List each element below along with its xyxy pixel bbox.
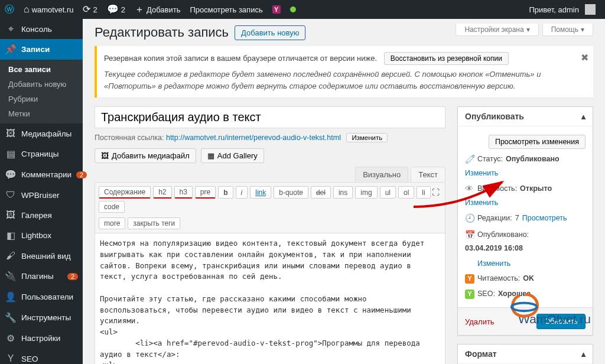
menu-dashboard[interactable]: ⌖Консоль bbox=[0, 19, 83, 39]
menu-pages[interactable]: ▤Страницы bbox=[0, 144, 83, 164]
tab-text[interactable]: Текст bbox=[411, 167, 445, 182]
comments-link[interactable]: 💬2 bbox=[102, 0, 130, 19]
chevron-down-icon: ▾ bbox=[581, 25, 584, 34]
page-icon: ▤ bbox=[5, 148, 17, 160]
qt-ins[interactable]: ins bbox=[333, 186, 353, 199]
fullscreen-button[interactable]: ⛶ bbox=[430, 186, 441, 199]
submenu-all-posts[interactable]: Все записи bbox=[0, 62, 83, 77]
quicktags-toolbar: Содержание h2 h3 pre b i link b-quote de… bbox=[95, 183, 445, 233]
delete-post-link[interactable]: Удалить bbox=[465, 317, 495, 326]
menu-seo[interactable]: YSEO bbox=[0, 349, 83, 364]
menu-tools[interactable]: 🔧Инструменты bbox=[0, 307, 83, 328]
new-content-link[interactable]: ＋Добавить bbox=[130, 0, 185, 19]
view-post-link[interactable]: Просмотреть запись bbox=[185, 0, 267, 19]
yoast-link[interactable]: Y bbox=[268, 0, 285, 19]
yoast-seo-icon: Y bbox=[465, 290, 474, 299]
plug-icon: 🔌 bbox=[5, 271, 17, 282]
permalink-edit-button[interactable]: Изменить bbox=[346, 133, 388, 142]
my-account[interactable]: Привет, admin bbox=[524, 0, 600, 19]
format-box-header[interactable]: Формат▴ bbox=[458, 344, 593, 364]
shield-icon: 🛡 bbox=[5, 190, 17, 200]
page-title: Редактировать запись bbox=[95, 25, 229, 40]
permalink-link[interactable]: http://wamotvet.ru/internet/perevod-audi… bbox=[166, 134, 341, 142]
preview-changes-button[interactable]: Просмотреть изменения bbox=[489, 135, 586, 149]
status-edit-link[interactable]: Изменить bbox=[465, 168, 498, 179]
chevron-down-icon: ▾ bbox=[526, 25, 530, 34]
menu-posts-submenu: Все записи Добавить новую Рубрики Метки bbox=[0, 60, 83, 124]
submenu-tags[interactable]: Метки bbox=[0, 106, 83, 121]
user-icon: 👤 bbox=[5, 291, 17, 303]
media-icon: 🖾 bbox=[5, 128, 17, 139]
help-tab[interactable]: Помощь ▾ bbox=[542, 24, 593, 36]
screen-meta: Настройки экрана ▾ Помощь ▾ bbox=[456, 24, 593, 36]
format-box: Формат▴ 📌Стандартный 🗒Заметка 🖼Изображен… bbox=[457, 344, 593, 364]
brush-icon: 🖌 bbox=[5, 251, 17, 261]
menu-gallery[interactable]: 🖼Галерея bbox=[0, 205, 83, 225]
add-gallery-button[interactable]: ▦Add Gallery bbox=[201, 148, 264, 163]
sliders-icon: ⚙ bbox=[5, 333, 17, 344]
menu-wpbruiser[interactable]: 🛡WPBruiser bbox=[0, 185, 83, 205]
screen-options-tab[interactable]: Настройки экрана ▾ bbox=[456, 24, 538, 36]
qt-bquote[interactable]: b-quote bbox=[274, 186, 308, 199]
calendar-icon: 📅 bbox=[465, 229, 474, 241]
submenu-add-post[interactable]: Добавить новую bbox=[0, 77, 83, 92]
restore-backup-button[interactable]: Восстановить из резервной копии bbox=[384, 52, 509, 65]
menu-media[interactable]: 🖾Медиафайлы bbox=[0, 124, 83, 144]
revisions-icon: 🕘 bbox=[465, 213, 474, 225]
qt-close-tags[interactable]: закрыть теги bbox=[128, 217, 180, 229]
gallery-icon: 🖼 bbox=[5, 210, 17, 220]
eye-icon: 👁 bbox=[465, 183, 474, 195]
revisions-view-link[interactable]: Просмотреть bbox=[522, 213, 567, 224]
wrench-icon: 🔧 bbox=[5, 312, 17, 323]
updates-link[interactable]: ⟳2 bbox=[78, 0, 102, 19]
update-button[interactable]: Обновить bbox=[536, 314, 586, 329]
add-new-button[interactable]: Добавить новую bbox=[235, 25, 305, 40]
qt-link[interactable]: link bbox=[250, 186, 271, 199]
post-content-textarea[interactable] bbox=[95, 233, 445, 364]
qt-b[interactable]: b bbox=[218, 186, 233, 199]
key-icon: 🧷 bbox=[465, 154, 474, 165]
backup-notice: Резервная копия этой записи в вашем брау… bbox=[95, 46, 593, 98]
qt-h2[interactable]: h2 bbox=[153, 186, 171, 199]
notice-body: Текущее содержимое в редакторе будет зам… bbox=[104, 69, 571, 92]
qt-ol[interactable]: ol bbox=[398, 186, 414, 199]
menu-users[interactable]: 👤Пользователи bbox=[0, 287, 83, 307]
published-edit-link[interactable]: Изменить bbox=[477, 259, 510, 269]
wp-logo[interactable]: ⓦ bbox=[0, 0, 19, 19]
yoast-icon: Y bbox=[5, 353, 17, 364]
publish-box: Опубликовать▴ Просмотреть изменения 🧷Ста… bbox=[457, 106, 593, 336]
tab-visual[interactable]: Визуально bbox=[355, 167, 408, 182]
qt-h3[interactable]: h3 bbox=[174, 186, 193, 199]
chevron-up-icon: ▴ bbox=[581, 112, 586, 121]
qt-img[interactable]: img bbox=[355, 186, 377, 199]
qt-code[interactable]: code bbox=[99, 201, 125, 213]
media-icon: 🖾 bbox=[101, 151, 109, 160]
status-dot[interactable] bbox=[285, 0, 301, 19]
menu-settings[interactable]: ⚙Настройки bbox=[0, 328, 83, 349]
menu-posts[interactable]: 📌Записи bbox=[0, 39, 83, 60]
submenu-categories[interactable]: Рубрики bbox=[0, 92, 83, 106]
grid-icon: ▦ bbox=[207, 151, 214, 160]
qt-li[interactable]: li bbox=[417, 186, 430, 199]
admin-bar: ⓦ ⌂wamotvet.ru ⟳2 💬2 ＋Добавить Просмотре… bbox=[0, 0, 605, 19]
dismiss-notice-button[interactable]: ✖ bbox=[581, 51, 588, 65]
qt-i[interactable]: i bbox=[236, 186, 248, 199]
menu-comments[interactable]: 💬Комментарии2 bbox=[0, 164, 83, 185]
menu-appearance[interactable]: 🖌Внешний вид bbox=[0, 246, 83, 266]
notice-line1: Резервная копия этой записи в вашем брау… bbox=[104, 54, 377, 63]
site-name-link[interactable]: ⌂wamotvet.ru bbox=[19, 0, 78, 19]
qt-toc[interactable]: Содержание bbox=[99, 186, 151, 199]
permalink-row: Постоянная ссылка: http://wamotvet.ru/in… bbox=[95, 133, 445, 142]
visibility-edit-link[interactable]: Изменить bbox=[465, 198, 498, 209]
publish-box-header[interactable]: Опубликовать▴ bbox=[458, 107, 593, 126]
qt-ul[interactable]: ul bbox=[380, 186, 396, 199]
post-title-input[interactable] bbox=[95, 106, 445, 128]
menu-plugins[interactable]: 🔌Плагины2 bbox=[0, 266, 83, 287]
admin-menu: ⌖Консоль 📌Записи Все записи Добавить нов… bbox=[0, 19, 83, 364]
add-media-button[interactable]: 🖾Добавить медиафайл bbox=[95, 148, 196, 163]
gauge-icon: ⌖ bbox=[5, 24, 17, 34]
qt-del[interactable]: del bbox=[311, 186, 331, 199]
menu-lightbox[interactable]: ◧Lightbox bbox=[0, 225, 83, 246]
qt-more[interactable]: more bbox=[99, 217, 125, 229]
qt-pre[interactable]: pre bbox=[195, 186, 216, 199]
